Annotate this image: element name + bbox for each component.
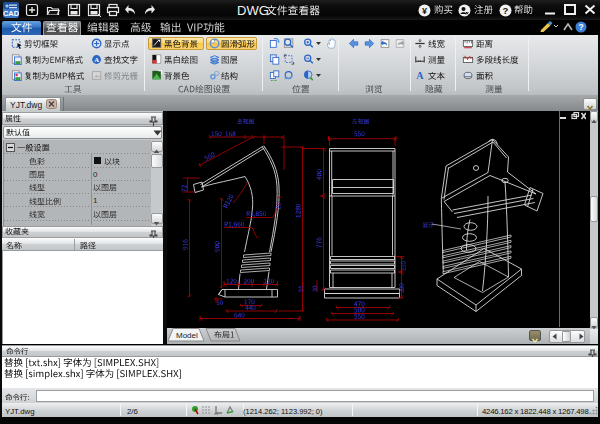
svg-text:A: A: [416, 70, 424, 81]
svg-text:?: ?: [578, 22, 583, 32]
svg-text:CAD: CAD: [3, 9, 19, 18]
svg-text:A: A: [94, 56, 99, 63]
svg-text:?: ?: [503, 5, 509, 16]
svg-text:¥: ¥: [422, 6, 427, 16]
